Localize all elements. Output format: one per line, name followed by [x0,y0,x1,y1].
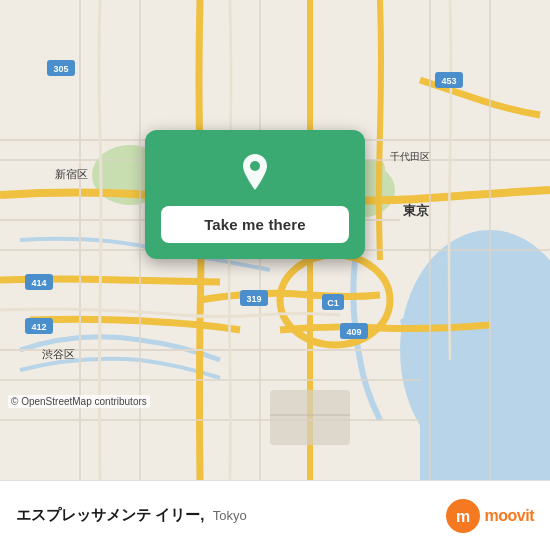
place-city: Tokyo [213,508,247,523]
svg-text:新宿区: 新宿区 [55,168,88,180]
svg-text:453: 453 [441,76,456,86]
svg-point-42 [250,161,260,171]
map-attribution: © OpenStreetMap contributors [8,395,150,408]
moovit-text: moovit [485,507,534,525]
take-me-there-button[interactable]: Take me there [161,206,349,243]
moovit-logo: m moovit [445,498,534,534]
svg-text:414: 414 [31,278,46,288]
map-container: 新宿区 渋谷区 千代田区 東京 305 414 412 319 409 30 4… [0,0,550,480]
moovit-icon: m [445,498,481,534]
svg-text:305: 305 [53,64,68,74]
bottom-bar: エスプレッサメンテ イリー, Tokyo m moovit [0,480,550,550]
svg-text:東京: 東京 [403,203,430,218]
svg-text:C1: C1 [327,298,339,308]
svg-text:412: 412 [31,322,46,332]
place-name: エスプレッサメンテ イリー, [16,506,204,523]
svg-rect-20 [270,390,350,445]
svg-text:319: 319 [246,294,261,304]
svg-text:m: m [455,508,469,525]
svg-text:千代田区: 千代田区 [390,151,430,162]
place-info: エスプレッサメンテ イリー, Tokyo [16,506,445,525]
popup-card: Take me there [145,130,365,259]
svg-text:渋谷区: 渋谷区 [42,348,75,360]
location-pin-icon [233,150,277,194]
svg-text:409: 409 [346,327,361,337]
